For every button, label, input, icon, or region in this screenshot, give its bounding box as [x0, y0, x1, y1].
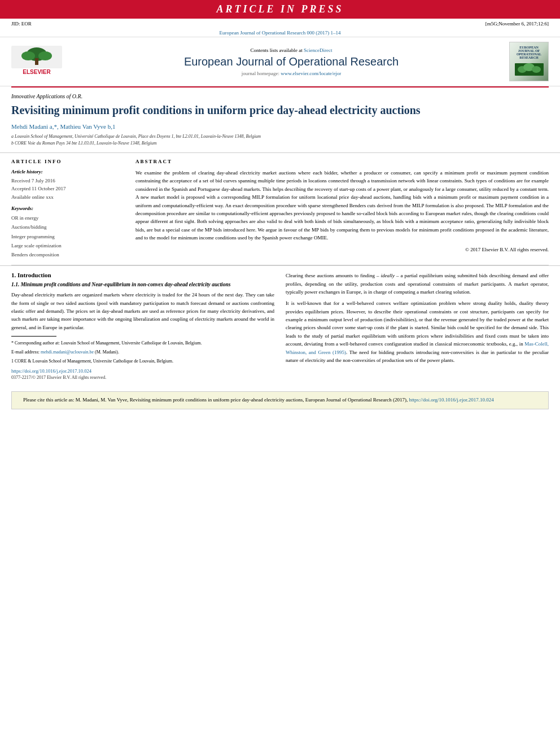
version-label: [m5G;November 6, 2017;12:6]	[485, 21, 549, 27]
section1-title: 1. Introduction	[11, 272, 274, 278]
article-section: Innovative Applications of O.R. Revisiti…	[0, 88, 560, 147]
body-paragraph-right-1: Clearing these auctions amounts to findi…	[286, 272, 549, 296]
accepted-date: Accepted 11 October 2017	[11, 185, 124, 193]
sciencedirect-link[interactable]: ScienceDirect	[304, 47, 332, 53]
journal-name: European Journal of Operational Research	[73, 55, 509, 68]
journal-header: ELSEVIER Contents lists available at Sci…	[0, 37, 560, 86]
article-in-press-banner: ARTICLE IN PRESS	[0, 0, 560, 19]
citation-text: Please cite this article as: M. Madani, …	[23, 397, 408, 403]
footnote-corresponding: * Corresponding author at: Louvain Schoo…	[11, 340, 274, 347]
article-title: Revisiting minimum profit conditions in …	[11, 103, 549, 117]
jid-label: JID: EOR	[11, 21, 32, 27]
history-label: Article history:	[11, 169, 124, 174]
article-info-heading: ARTICLE INFO	[11, 159, 124, 164]
body-paragraph-1: Day-ahead electricity markets are organi…	[11, 291, 274, 331]
keyword-4: Large scale optimization	[11, 241, 124, 250]
article-type: Innovative Applications of O.R.	[11, 93, 549, 99]
citation-doi-link[interactable]: https://doi.org/10.1016/j.ejor.2017.10.0…	[409, 397, 494, 403]
abstract-text: We examine the problem of clearing day-a…	[135, 169, 549, 242]
keyword-1: OR in energy	[11, 213, 124, 222]
authors: Mehdi Madani a,*, Mathieu Van Vyve b,1	[11, 123, 549, 130]
banner-text: ARTICLE IN PRESS	[216, 3, 343, 15]
left-column: ARTICLE INFO Article history: Received 7…	[11, 159, 124, 259]
keyword-5: Benders decomposition	[11, 250, 124, 259]
svg-rect-2	[35, 58, 38, 65]
body-two-col: 1. Introduction 1.1. Minimum profit cond…	[11, 272, 549, 380]
svg-text:ELSEVIER: ELSEVIER	[23, 69, 51, 75]
citation-bar: Please cite this article as: M. Madani, …	[11, 391, 549, 409]
footnote-email: E-mail address: mehdi.madani@uclouvain.b…	[11, 349, 274, 356]
subsection1-title: 1.1. Minimum profit conditions and Near-…	[11, 282, 274, 287]
ejor-logo: EUROPEAN JOURNAL OF OPERATIONAL RESEARCH	[509, 42, 549, 81]
journal-homepage-link[interactable]: www.elsevier.com/locate/ejor	[281, 71, 341, 76]
abstract-heading: ABSTRACT	[135, 159, 549, 164]
journal-homepage: journal homepage: www.elsevier.com/locat…	[73, 71, 509, 76]
right-column: ABSTRACT We examine the problem of clear…	[135, 159, 549, 259]
article-info-abstract: ARTICLE INFO Article history: Received 7…	[0, 152, 560, 265]
received-date: Received 7 July 2016	[11, 177, 124, 185]
svg-point-4	[38, 51, 52, 60]
contents-available: Contents lists available at ScienceDirec…	[73, 47, 509, 53]
journal-subtitle-link[interactable]: European Journal of Operational Research…	[219, 30, 340, 36]
copyright: © 2017 Elsevier B.V. All rights reserved…	[135, 247, 549, 252]
body-content: 1. Introduction 1.1. Minimum profit cond…	[0, 265, 560, 386]
ejor-logo-text: EUROPEAN JOURNAL OF OPERATIONAL RESEARCH	[517, 46, 541, 59]
body-right: Clearing these auctions amounts to findi…	[286, 272, 549, 380]
journal-title-center: Contents lists available at ScienceDirec…	[73, 47, 509, 76]
body-left: 1. Introduction 1.1. Minimum profit cond…	[11, 272, 274, 380]
svg-point-3	[21, 51, 35, 60]
footnote-divider	[11, 336, 56, 337]
keyword-2: Auctions/bidding	[11, 222, 124, 231]
keywords-list: OR in energy Auctions/bidding Integer pr…	[11, 213, 124, 259]
affiliation-b: b CORE Voie du Roman Pays 34 bte L1.03.0…	[11, 140, 549, 147]
keywords-label: Keywords:	[11, 206, 124, 211]
issn-text: 0377-2217/© 2017 Elsevier B.V. All right…	[11, 375, 274, 380]
footnote-1: 1 CORE & Louvain School of Management, U…	[11, 358, 274, 365]
footnote-email-link[interactable]: mehdi.madani@uclouvain.be	[41, 350, 94, 355]
affiliations: a Louvain School of Management, Universi…	[11, 133, 549, 147]
body-paragraph-right-2: It is well-known that for a well-behaved…	[286, 299, 549, 364]
affiliation-a: a Louvain School of Management, Universi…	[11, 133, 549, 140]
keyword-3: Integer programming	[11, 232, 124, 241]
citation-link[interactable]: Mas-Colell, Whinston, and Green (1995)	[286, 341, 549, 355]
doi-link[interactable]: https://doi.org/10.1016/j.ejor.2017.10.0…	[11, 368, 274, 374]
svg-point-9	[532, 66, 541, 73]
journal-subtitle: European Journal of Operational Research…	[0, 29, 560, 37]
top-meta: JID: EOR [m5G;November 6, 2017;12:6]	[0, 19, 560, 29]
elsevier-logo: ELSEVIER	[11, 46, 62, 78]
available-online: Available online xxx	[11, 193, 124, 201]
